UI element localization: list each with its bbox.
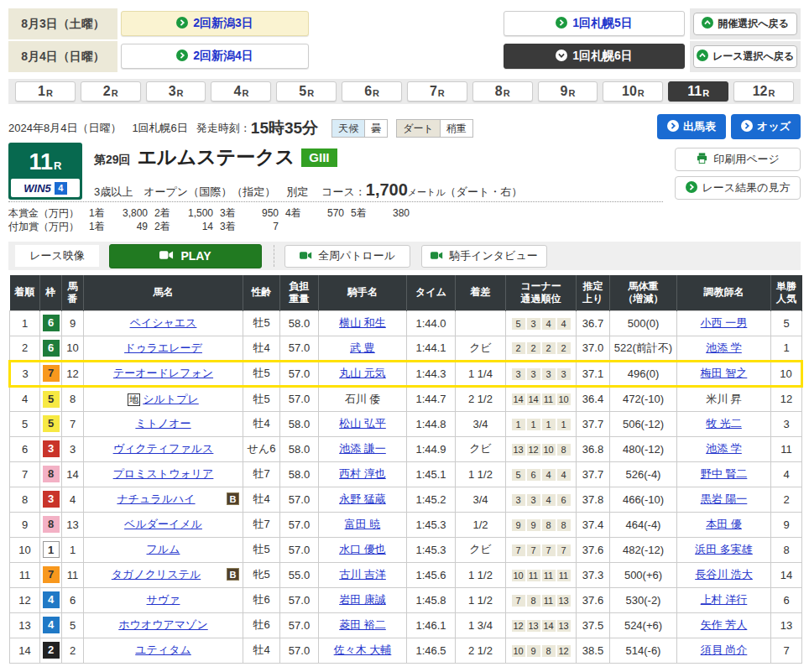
meeting-button-sapporo-day5[interactable]: 1回札幌5日 [504, 11, 685, 36]
jockey-name-link[interactable]: 西村 淳也 [339, 467, 386, 480]
horse-number: 7 [62, 411, 84, 436]
back-to-race-select-button[interactable]: レース選択へ戻る [693, 45, 797, 68]
race-tab-8r[interactable]: 8R [472, 81, 533, 102]
horse-name-link[interactable]: タガノクリステル [112, 568, 201, 581]
margin: 1 1/2 [456, 562, 506, 587]
horse-name-link[interactable]: シルトプレ [143, 393, 199, 405]
jockey-name-link[interactable]: 菱田 裕二 [339, 618, 386, 631]
prize-rank: 5着 [351, 206, 373, 220]
meeting-button-niigata-day4[interactable]: 2回新潟4日 [121, 44, 309, 69]
trainer-name-link[interactable]: 本田 優 [706, 518, 742, 530]
prize-rank: 4着 [285, 206, 307, 220]
jockey-name-link[interactable]: 丸山 元気 [339, 367, 386, 379]
race-tab-11r[interactable]: 11R [668, 81, 728, 102]
odds-button[interactable]: オッズ [731, 114, 801, 139]
jockey-name-link[interactable]: 古川 吉洋 [339, 568, 386, 581]
sex-age: 牡5 [243, 310, 280, 336]
meeting-button-niigata-day3[interactable]: 2回新潟3日 [121, 11, 309, 36]
jockey-name-link[interactable]: 岩田 康誠 [339, 593, 386, 606]
race-tab-1r[interactable]: 1R [15, 81, 76, 102]
finish-time: 1:44.9 [407, 436, 456, 461]
trainer-name-link[interactable]: 池添 学 [706, 442, 742, 455]
patrol-button-label: 全周パトロール [318, 248, 395, 263]
horse-name-link[interactable]: ドゥラエレーデ [124, 341, 202, 354]
horse-name-link[interactable]: ヴィクティファルス [113, 442, 214, 455]
trainer-name-link[interactable]: 矢作 芳人 [701, 618, 748, 631]
blinker-badge: B [227, 492, 239, 505]
jockey-name-link[interactable]: 池添 謙一 [339, 442, 386, 455]
race-title-texts: 第29回 エルムステークス GIII 3歳以上 オープン（国際）（指定） 別定 … [94, 143, 522, 200]
finish-time: 1:45.3 [407, 537, 456, 562]
race-tab-6r[interactable]: 6R [342, 81, 402, 102]
horse-name-link[interactable]: ペイシャエス [130, 316, 197, 329]
last-3f-time: 37.5 [577, 612, 610, 638]
jockey-cell: 水口 優也 [319, 537, 407, 562]
jockey-name-link[interactable]: 武 豊 [350, 341, 375, 354]
trainer-name-link[interactable]: 野中 賢二 [701, 467, 748, 480]
trainer-name-link[interactable]: 梅田 智之 [701, 367, 748, 379]
horse-name-link[interactable]: ナチュラルハイ [117, 492, 195, 505]
horse-name-link[interactable]: ユティタム [135, 643, 191, 656]
jockey-interview-button[interactable]: 騎手インタビュー [421, 245, 547, 268]
corner-pass-box: 4 [542, 494, 556, 506]
trainer-name-link[interactable]: 長谷川 浩大 [695, 568, 753, 581]
trainer-name-link[interactable]: 牧 光二 [706, 417, 742, 430]
play-video-button[interactable]: PLAY [109, 244, 262, 268]
finish-position: 11 [10, 562, 40, 587]
jockey-name-link[interactable]: 永野 猛蔵 [339, 492, 386, 505]
jockey-name-link[interactable]: 佐々木 大輔 [334, 643, 392, 656]
jockey-name-link[interactable]: 富田 暁 [345, 518, 381, 530]
horse-name-link[interactable]: プロミストウォリア [113, 467, 214, 480]
race-number-value: 11 [29, 151, 54, 174]
trainer-name-link[interactable]: 小西 一男 [701, 316, 748, 329]
corner-positions: 2222 [506, 336, 577, 361]
frame-cell: 8 [40, 461, 62, 487]
chevron-right-circle-icon [686, 181, 697, 195]
trainer-name-link[interactable]: 浜田 多実雄 [695, 543, 753, 555]
race-tab-7r[interactable]: 7R [407, 81, 467, 102]
patrol-video-button[interactable]: 全周パトロール [284, 245, 410, 268]
horse-name-link[interactable]: フルム [147, 543, 180, 555]
jockey-name-link[interactable]: 水口 優也 [339, 543, 386, 555]
trainer-name-link[interactable]: 須貝 尚介 [701, 643, 748, 656]
trainer-name-link[interactable]: 上村 洋行 [701, 593, 748, 606]
sex-age: 牡6 [243, 587, 280, 612]
race-tab-9r[interactable]: 9R [538, 81, 598, 102]
race-action-buttons: 出馬表 オッズ 印刷用ページ レース結果の見方 [657, 114, 801, 200]
trainer-name-link[interactable]: 黒岩 陽一 [701, 492, 748, 505]
trainer-name-link[interactable]: 池添 学 [706, 341, 742, 354]
jockey-name-link[interactable]: 横山 和生 [339, 316, 386, 329]
back-to-meeting-select-button[interactable]: 開催選択へ戻る [693, 13, 797, 35]
horse-name-link[interactable]: テーオードレフォン [113, 367, 213, 379]
jockey-cell: 富田 暁 [319, 512, 407, 537]
result-guide-button[interactable]: レース結果の見方 [675, 176, 801, 200]
jockey-name-link[interactable]: 松山 弘平 [339, 417, 386, 430]
column-header: 調教師名 [677, 275, 771, 310]
race-tab-bar: 1R2R3R4R5R6R7R8R9R10R11R12R [8, 79, 801, 104]
horse-name-link[interactable]: ホウオウアマゾン [118, 618, 207, 631]
race-tab-3r[interactable]: 3R [146, 81, 206, 102]
race-tab-2r[interactable]: 2R [81, 81, 141, 102]
body-weight: 480(-12) [610, 436, 677, 461]
race-tab-12r[interactable]: 12R [733, 81, 794, 102]
horse-name-link[interactable]: ミトノオー [135, 417, 191, 430]
column-header: コーナー通過順位 [506, 275, 577, 310]
race-tab-4r[interactable]: 4R [211, 81, 271, 102]
odds-button-label: オッズ [757, 119, 791, 134]
margin: クビ [456, 436, 506, 461]
horse-name-link[interactable]: ベルダーイメル [124, 518, 202, 530]
meeting-button-sapporo-day6-selected[interactable]: 1回札幌6日 [504, 44, 685, 69]
weather-value: 曇 [364, 119, 388, 138]
entries-button[interactable]: 出馬表 [657, 114, 726, 139]
horse-name-link[interactable]: サヴァ [147, 593, 180, 606]
start-time-label: 発走時刻： [196, 121, 251, 136]
finish-time: 1:45.6 [407, 562, 456, 587]
race-tab-5r[interactable]: 5R [276, 81, 337, 102]
horse-cell: フルム [84, 537, 243, 562]
race-tab-10r[interactable]: 10R [603, 81, 663, 102]
corner-positions: 5644 [506, 461, 577, 487]
body-weight: 472(-10) [610, 386, 677, 411]
margin: 3/4 [456, 487, 506, 512]
print-page-button[interactable]: 印刷用ページ [675, 148, 801, 171]
corner-pass-box: 5 [512, 469, 525, 481]
